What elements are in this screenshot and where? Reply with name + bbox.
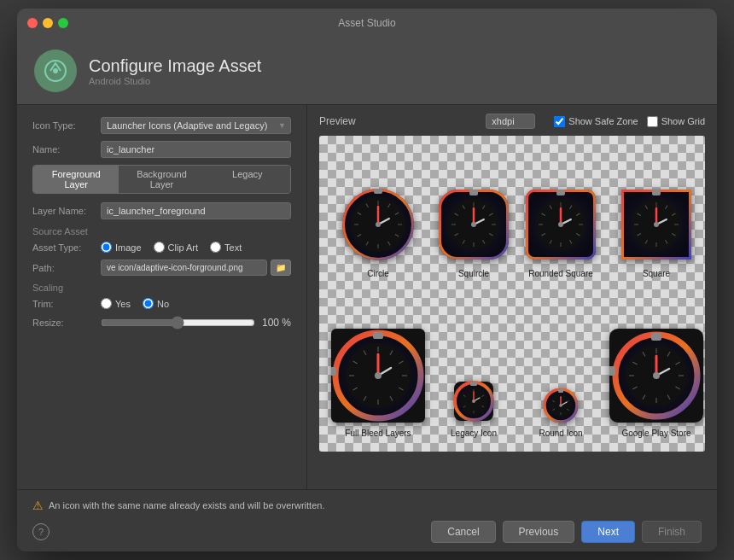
name-input[interactable] <box>101 141 291 158</box>
radio-trim-no[interactable]: No <box>143 298 169 309</box>
dialog-header: Configure Image Asset Android Studio <box>17 38 717 105</box>
show-safe-zone-checkbox[interactable]: Show Safe Zone <box>554 116 638 127</box>
svg-point-101 <box>375 372 382 379</box>
icon-cell-squircle: Squircle <box>432 144 516 283</box>
titlebar: Asset Studio <box>17 9 717 38</box>
finish-button[interactable]: Finish <box>642 521 702 543</box>
play-store-label: Google Play Store <box>621 429 690 438</box>
header-text: Configure Image Asset Android Studio <box>89 56 261 86</box>
svg-rect-62 <box>556 190 565 195</box>
svg-point-81 <box>654 222 659 227</box>
icon-type-select-wrapper: Launcher Icons (Adaptive and Legacy) ▼ <box>101 117 291 134</box>
radio-trim-yes[interactable]: Yes <box>101 298 131 309</box>
asset-type-row: Asset Type: Image Clip Art Text <box>32 242 291 253</box>
svg-rect-151 <box>609 366 615 376</box>
preview-area: Circle <box>319 136 705 452</box>
svg-rect-22 <box>340 217 343 224</box>
radio-text[interactable]: Text <box>210 242 242 253</box>
squircle-label: Squircle <box>458 269 489 278</box>
radio-clip-art[interactable]: Clip Art <box>154 242 198 253</box>
maximize-button[interactable] <box>58 18 68 28</box>
play-store-icon <box>609 329 703 425</box>
preview-label: Preview <box>319 115 356 127</box>
asset-type-radio-group: Image Clip Art Text <box>101 242 242 253</box>
round-icon <box>544 388 578 425</box>
minimize-button[interactable] <box>43 18 53 28</box>
show-safe-zone-label: Show Safe Zone <box>568 116 638 126</box>
circle-icon <box>340 186 417 265</box>
radio-image[interactable]: Image <box>101 242 142 253</box>
help-button[interactable]: ? <box>32 523 50 540</box>
previous-button[interactable]: Previous <box>503 521 575 543</box>
tab-foreground-layer[interactable]: Foreground Layer <box>33 166 119 193</box>
square-icon <box>618 186 695 265</box>
traffic-lights <box>27 18 68 28</box>
full-bleed-label: Full Bleed Layers <box>345 429 411 438</box>
cancel-button[interactable]: Cancel <box>431 521 495 543</box>
next-button[interactable]: Next <box>581 521 635 543</box>
resize-row: Resize: 100 % <box>32 316 291 330</box>
svg-point-1 <box>53 68 58 73</box>
legacy-icon <box>452 380 495 425</box>
left-panel: Icon Type: Launcher Icons (Adaptive and … <box>17 105 307 489</box>
path-input[interactable] <box>101 260 267 276</box>
resize-slider[interactable] <box>101 316 255 330</box>
dpi-select-wrapper: xhdpi mdpi hdpi xxhdpi <box>486 114 545 129</box>
trim-radio-group: Yes No <box>101 298 169 309</box>
main-content: Icon Type: Launcher Icons (Adaptive and … <box>17 105 717 489</box>
svg-point-149 <box>653 372 660 379</box>
warning-icon: ⚠ <box>32 499 44 512</box>
name-label: Name: <box>32 144 101 155</box>
svg-rect-82 <box>652 190 661 195</box>
circle-label: Circle <box>367 269 389 278</box>
show-grid-checkbox[interactable]: Show Grid <box>647 116 705 127</box>
layer-name-label: Layer Name: <box>32 206 101 216</box>
svg-point-20 <box>376 222 381 227</box>
android-studio-icon <box>34 50 77 92</box>
preview-header: Preview xhdpi mdpi hdpi xxhdpi Show Safe… <box>319 114 705 129</box>
rounded-square-label: Rounded Square <box>528 269 593 278</box>
icon-type-label: Icon Type: <box>32 120 101 131</box>
svg-rect-21 <box>374 188 382 194</box>
asset-type-label: Asset Type: <box>32 242 101 253</box>
svg-rect-103 <box>331 367 336 376</box>
square-label: Square <box>643 269 670 278</box>
path-row: Path: 📁 <box>32 260 291 276</box>
dialog-subtitle: Android Studio <box>89 76 261 86</box>
icon-cell-full-bleed: Full Bleed Layers <box>328 287 428 443</box>
squircle-icon <box>435 186 512 265</box>
layer-name-row: Layer Name: <box>32 202 291 219</box>
tab-background-layer[interactable]: Background Layer <box>119 166 204 193</box>
svg-rect-42 <box>469 190 478 195</box>
right-panel: Preview xhdpi mdpi hdpi xxhdpi Show Safe… <box>307 105 717 489</box>
bottom-bar: ⚠ An icon with the same name already exi… <box>17 489 717 551</box>
layer-name-input[interactable] <box>101 202 291 219</box>
svg-rect-102 <box>373 332 383 339</box>
warning-text: An icon with the same name already exist… <box>49 500 324 510</box>
trim-label: Trim: <box>32 299 101 309</box>
svg-point-116 <box>472 400 475 403</box>
svg-point-129 <box>559 404 562 407</box>
browse-button[interactable]: 📁 <box>271 260 291 276</box>
svg-point-61 <box>558 222 563 227</box>
layer-tabs: Foreground Layer Background Layer Legacy <box>32 165 291 194</box>
main-window: Asset Studio Configure Image Asset Andro… <box>17 9 717 551</box>
action-buttons: ? Cancel Previous Next Finish <box>32 521 702 543</box>
rounded-square-icon <box>522 186 599 265</box>
svg-rect-117 <box>470 382 477 386</box>
trim-row: Trim: Yes No <box>32 298 291 309</box>
svg-point-41 <box>471 222 476 227</box>
close-button[interactable] <box>27 18 38 28</box>
show-grid-label: Show Grid <box>661 116 705 126</box>
tab-legacy[interactable]: Legacy <box>205 166 290 193</box>
dpi-select[interactable]: xhdpi mdpi hdpi xxhdpi <box>486 114 535 129</box>
icon-cell-legacy: Legacy Icon <box>432 287 516 443</box>
source-asset-label: Source Asset <box>32 226 291 236</box>
icon-cell-play-store: Google Play Store <box>606 287 705 443</box>
round-icon-label: Round Icon <box>539 429 582 438</box>
icon-type-select[interactable]: Launcher Icons (Adaptive and Legacy) <box>101 117 291 134</box>
scaling-label: Scaling <box>32 283 291 293</box>
resize-value: 100 % <box>262 317 291 329</box>
warning-row: ⚠ An icon with the same name already exi… <box>32 499 702 512</box>
full-bleed-icon <box>331 329 425 425</box>
